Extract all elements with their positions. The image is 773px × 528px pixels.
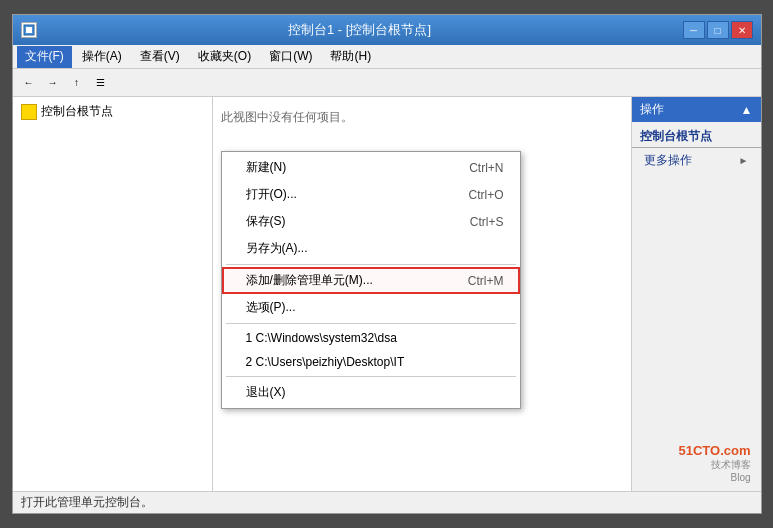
actions-title: 操作 — [640, 101, 664, 118]
toolbar-up[interactable]: ↑ — [66, 72, 88, 94]
actions-collapse-icon[interactable]: ▲ — [741, 103, 753, 117]
app-icon — [21, 22, 37, 38]
toolbar-show-hide[interactable]: ☰ — [90, 72, 112, 94]
menu-help[interactable]: 帮助(H) — [322, 46, 379, 68]
toolbar: ← → ↑ ☰ — [13, 69, 761, 97]
status-text: 打开此管理单元控制台。 — [21, 494, 153, 511]
file-dropdown: 新建(N) Ctrl+N 打开(O)... Ctrl+O 保存(S) Ctrl+… — [221, 151, 521, 409]
menu-item-save[interactable]: 保存(S) Ctrl+S — [222, 208, 520, 235]
menu-item-new[interactable]: 新建(N) Ctrl+N — [222, 154, 520, 181]
tree-item-label: 控制台根节点 — [41, 103, 113, 120]
menu-view[interactable]: 查看(V) — [132, 46, 188, 68]
watermark: 51CTO.com 技术博客 Blog — [678, 443, 750, 483]
title-bar-controls: ─ □ ✕ — [683, 21, 753, 39]
menu-item-exit[interactable]: 退出(X) — [222, 379, 520, 406]
tree-item-root[interactable]: 控制台根节点 — [17, 101, 208, 122]
title-bar-left — [21, 22, 37, 38]
window-title: 控制台1 - [控制台根节点] — [37, 21, 683, 39]
menu-favorites[interactable]: 收藏夹(O) — [190, 46, 259, 68]
main-window: 控制台1 - [控制台根节点] ─ □ ✕ 文件(F) 操作(A) 查看(V) … — [12, 14, 762, 514]
separator-3 — [226, 376, 516, 377]
empty-message: 此视图中没有任何项目。 — [221, 109, 623, 126]
menu-item-addremove[interactable]: 添加/删除管理单元(M)... Ctrl+M — [222, 267, 520, 294]
actions-section: 控制台根节点 更多操作 ► — [632, 122, 761, 175]
actions-section-title: 控制台根节点 — [632, 126, 761, 148]
toolbar-back[interactable]: ← — [18, 72, 40, 94]
watermark-sub2: Blog — [678, 472, 750, 483]
center-panel: 此视图中没有任何项目。 新建(N) Ctrl+N 打开(O)... Ctrl+O — [213, 97, 631, 491]
more-actions-arrow: ► — [739, 155, 749, 166]
title-bar: 控制台1 - [控制台根节点] ─ □ ✕ — [13, 15, 761, 45]
content-area: 控制台根节点 此视图中没有任何项目。 新建(N) Ctrl+N 打开(O)...… — [13, 97, 761, 491]
left-panel: 控制台根节点 — [13, 97, 213, 491]
menu-item-recent2[interactable]: 2 C:\Users\peizhiy\Desktop\IT — [222, 350, 520, 374]
actions-header: 操作 ▲ — [632, 97, 761, 122]
menu-action[interactable]: 操作(A) — [74, 46, 130, 68]
restore-button[interactable]: □ — [707, 21, 729, 39]
close-button[interactable]: ✕ — [731, 21, 753, 39]
menu-item-saveas[interactable]: 另存为(A)... — [222, 235, 520, 262]
menu-item-options[interactable]: 选项(P)... — [222, 294, 520, 321]
tree-folder-icon — [21, 104, 37, 120]
menu-item-open[interactable]: 打开(O)... Ctrl+O — [222, 181, 520, 208]
separator-1 — [226, 264, 516, 265]
toolbar-forward[interactable]: → — [42, 72, 64, 94]
menu-bar: 文件(F) 操作(A) 查看(V) 收藏夹(O) 窗口(W) 帮助(H) — [13, 45, 761, 69]
menu-window[interactable]: 窗口(W) — [261, 46, 320, 68]
actions-item-more[interactable]: 更多操作 ► — [632, 150, 761, 171]
svg-rect-1 — [26, 27, 32, 33]
separator-2 — [226, 323, 516, 324]
dropdown-menu: 新建(N) Ctrl+N 打开(O)... Ctrl+O 保存(S) Ctrl+… — [221, 151, 521, 409]
minimize-button[interactable]: ─ — [683, 21, 705, 39]
menu-item-recent1[interactable]: 1 C:\Windows\system32\dsa — [222, 326, 520, 350]
watermark-site: 51CTO.com — [678, 443, 750, 458]
status-bar: 打开此管理单元控制台。 — [13, 491, 761, 513]
right-panel: 操作 ▲ 控制台根节点 更多操作 ► — [631, 97, 761, 491]
watermark-sub1: 技术博客 — [678, 458, 750, 472]
menu-file[interactable]: 文件(F) — [17, 46, 72, 68]
